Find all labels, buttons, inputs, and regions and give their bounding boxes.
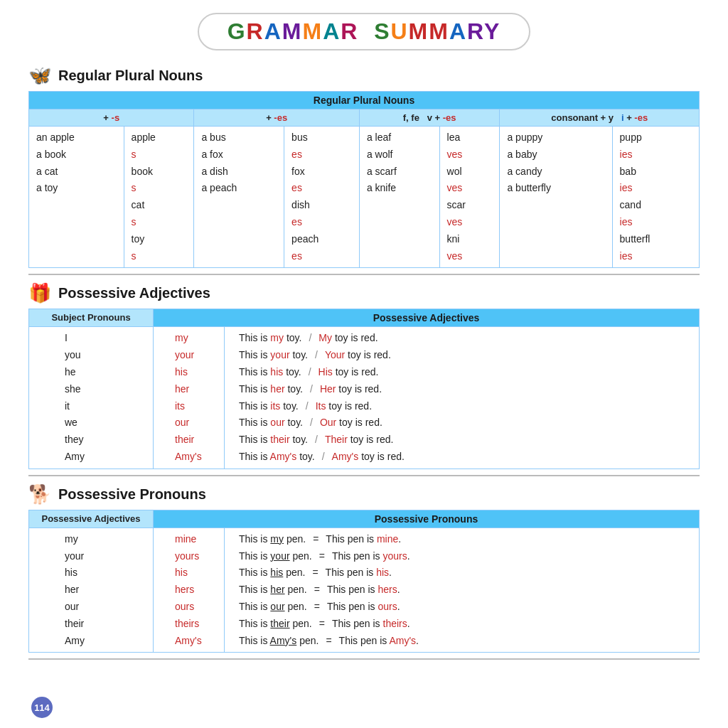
plural-col-header-ves: f, fe v + -es [359,109,500,127]
plural-ies-singular: a puppya babya candya butterfly [500,127,612,268]
poss-pro-examples: This is my pen.=This pen is mine. This i… [225,528,700,653]
poss-pro-pro-col: mine yours his hers ours theirs Amy's [154,528,225,653]
divider-1 [28,274,700,275]
divider-3 [28,658,700,660]
plural-es-singular: a busa foxa disha peach [194,127,284,268]
possessive-pro-section: 🐕 Possessive Pronouns Possessive Adjecti… [28,483,700,653]
possessive-adj-table: Subject Pronouns Possessive Adjectives I… [28,309,700,469]
plural-s-singular: an applea booka cata toy [29,127,124,268]
poss-adj-examples: This is my toy./My toy is red. This is y… [225,327,700,469]
divider-2 [28,475,700,476]
plural-nouns-title: Regular Plural Nouns [58,68,203,84]
title-area: GRAMMAR SUMMARY [0,0,728,58]
poss-pro-adj-col: myyourhisherourtheirAmy [29,528,154,653]
title-box: GRAMMAR SUMMARY [198,13,531,50]
title-text: GRAMMAR SUMMARY [228,18,501,44]
plural-s-plural: apples books cats toys [124,127,194,268]
possessive-pro-title: Possessive Pronouns [58,486,206,503]
poss-adj-header-adj: Possessive Adjectives [154,309,700,327]
plural-col-header-ies: consonant + y i + -es [500,109,700,127]
possessive-pro-header: 🐕 Possessive Pronouns [28,483,700,505]
plural-ves-singular: a leafa wolfa scarfa knife [359,127,439,268]
page-number: 114 [31,697,53,718]
possessive-adj-title: Possessive Adjectives [58,285,210,301]
poss-adj-adjectives: my your his her its our their Amy's [154,327,225,469]
poss-adj-header-subject: Subject Pronouns [29,309,154,327]
poss-adj-subjects: IyouhesheitwetheyAmy [29,327,154,469]
plural-nouns-table: Regular Plural Nouns + -s + -es f, fe v … [28,91,700,268]
possessive-adj-header: 🎁 Possessive Adjectives [28,282,700,304]
plural-ves-plural: leaves wolves scarves knives [439,127,500,268]
possessive-pro-table: Possessive Adjectives Possessive Pronoun… [28,510,700,653]
poss-pro-header-adj: Possessive Adjectives [29,510,154,528]
plural-nouns-table-header: Regular Plural Nouns [29,92,700,109]
gift-icon: 🎁 [28,282,51,304]
plural-nouns-header: 🦋 Regular Plural Nouns [28,65,700,87]
plural-col-header-es: + -es [194,109,359,127]
plural-ies-plural: puppies babies candies butterflies [612,127,699,268]
plural-col-header-s: + -s [29,109,194,127]
plural-es-plural: buses foxes dishes peaches [284,127,360,268]
plural-nouns-section: 🦋 Regular Plural Nouns Regular Plural No… [28,65,700,268]
butterfly-icon: 🦋 [28,65,51,87]
dog-icon: 🐕 [28,483,51,505]
poss-pro-header-pro: Possessive Pronouns [154,510,700,528]
possessive-adj-section: 🎁 Possessive Adjectives Subject Pronouns… [28,282,700,469]
